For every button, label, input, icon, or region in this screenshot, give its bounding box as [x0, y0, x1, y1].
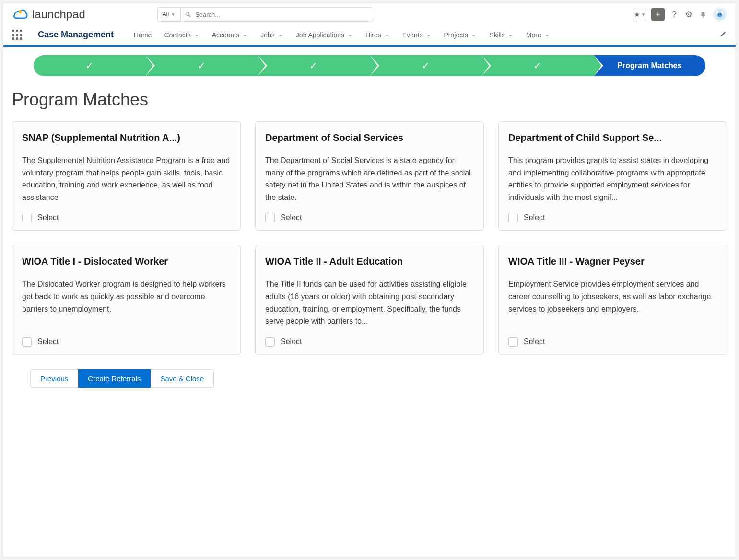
chevron-down-icon: ⌄	[471, 30, 477, 38]
app-launcher-icon[interactable]	[12, 30, 23, 40]
program-select-row: Select	[22, 203, 231, 222]
path-step-5[interactable]: ✓	[481, 55, 594, 76]
header-tools: ★▼ ＋ ? ⚙	[633, 7, 727, 22]
launchpad-logo-icon	[12, 8, 28, 21]
star-icon: ★	[634, 11, 640, 18]
check-icon: ✓	[85, 60, 94, 71]
program-card-desc: The Department of Social Services is a s…	[265, 154, 474, 203]
select-label: Select	[524, 338, 545, 346]
nav-item-skills[interactable]: Skills⌄	[489, 31, 514, 39]
chevron-down-icon: ⌄	[426, 30, 432, 38]
path-step-active-label: Program Matches	[617, 61, 681, 70]
select-label: Select	[37, 213, 59, 222]
global-actions-button[interactable]: ＋	[651, 8, 665, 21]
program-cards-grid: SNAP (Supplemental Nutrition A...) The S…	[12, 121, 727, 355]
program-card-title: SNAP (Supplemental Nutrition A...)	[22, 131, 231, 144]
check-icon: ✓	[198, 60, 206, 71]
nav-item-contacts[interactable]: Contacts⌄	[164, 31, 199, 39]
chevron-down-icon: ⌄	[242, 30, 248, 38]
search-icon	[185, 11, 191, 18]
program-card-title: Department of Child Support Se...	[508, 131, 717, 144]
app-nav: Case Management HomeContacts⌄Accounts⌄Jo…	[3, 24, 736, 47]
select-label: Select	[524, 213, 545, 222]
chevron-down-icon: ⌄	[544, 30, 550, 38]
nav-item-hires[interactable]: Hires⌄	[365, 31, 390, 39]
select-checkbox[interactable]	[22, 213, 32, 222]
svg-line-2	[189, 15, 191, 17]
pencil-icon	[719, 30, 727, 38]
svg-point-1	[186, 12, 189, 15]
favorites-button[interactable]: ★▼	[633, 8, 646, 21]
check-icon: ✓	[422, 60, 430, 71]
content-area: ✓ ✓ ✓ ✓ ✓ Program Matches Program Matche…	[3, 47, 736, 557]
notifications-button[interactable]	[698, 10, 708, 19]
chevron-down-icon: ⌄	[347, 30, 353, 38]
select-checkbox[interactable]	[22, 337, 32, 347]
select-label: Select	[281, 213, 302, 222]
program-card: Department of Social Services The Depart…	[255, 121, 484, 231]
brand-logo[interactable]: launchpad	[12, 8, 85, 21]
help-button[interactable]: ?	[669, 10, 679, 19]
program-card: WIOA Title III - Wagner Peyser Employmen…	[498, 245, 727, 354]
nav-item-label: Home	[134, 31, 152, 39]
search-scope-label: All	[163, 11, 169, 18]
select-checkbox[interactable]	[508, 213, 518, 222]
search-input[interactable]	[195, 11, 369, 18]
check-icon: ✓	[309, 60, 317, 71]
path-step-1[interactable]: ✓	[34, 55, 146, 76]
program-select-row: Select	[22, 327, 231, 347]
app-name: Case Management	[38, 30, 114, 40]
program-card-title: WIOA Title III - Wagner Peyser	[508, 255, 717, 268]
question-icon: ?	[672, 10, 677, 20]
nav-item-events[interactable]: Events⌄	[402, 31, 432, 39]
chevron-down-icon: ⌄	[508, 30, 514, 38]
select-checkbox[interactable]	[265, 337, 275, 347]
nav-item-label: Events	[402, 31, 423, 39]
nav-item-label: Skills	[489, 31, 505, 39]
bell-icon	[699, 11, 707, 18]
program-card-desc: The Dislocated Worker program is designe…	[22, 278, 231, 315]
program-card: WIOA Title I - Dislocated Worker The Dis…	[12, 245, 241, 354]
user-avatar[interactable]	[713, 7, 727, 22]
svg-point-7	[717, 12, 722, 17]
select-label: Select	[37, 338, 59, 346]
edit-nav-button[interactable]	[719, 30, 727, 39]
nav-item-projects[interactable]: Projects⌄	[444, 31, 477, 39]
program-card: WIOA Title II - Adult Education The Titl…	[255, 245, 484, 354]
nav-item-home[interactable]: Home	[134, 31, 152, 39]
path-step-2[interactable]: ✓	[145, 55, 258, 76]
program-card-title: Department of Social Services	[265, 131, 474, 144]
program-card-title: WIOA Title I - Dislocated Worker	[22, 255, 231, 268]
path-step-4[interactable]: ✓	[370, 55, 482, 76]
nav-item-jobs[interactable]: Jobs⌄	[260, 31, 283, 39]
brand-name: launchpad	[32, 8, 85, 21]
select-checkbox[interactable]	[265, 213, 275, 222]
path-step-3[interactable]: ✓	[258, 55, 370, 76]
page-title: Program Matches	[12, 90, 727, 110]
program-select-row: Select	[265, 203, 474, 222]
nav-item-accounts[interactable]: Accounts⌄	[212, 31, 248, 39]
program-card: SNAP (Supplemental Nutrition A...) The S…	[12, 121, 241, 231]
nav-item-job-applications[interactable]: Job Applications⌄	[296, 31, 353, 39]
avatar-icon	[714, 9, 726, 20]
chevron-down-icon: ⌄	[194, 30, 199, 38]
select-checkbox[interactable]	[508, 337, 518, 347]
nav-item-label: Contacts	[164, 31, 190, 39]
search-scope-dropdown[interactable]: All ▼	[158, 8, 181, 21]
setup-button[interactable]: ⚙	[684, 10, 693, 19]
caret-down-icon: ▼	[641, 12, 646, 17]
save-close-button[interactable]: Save & Close	[151, 369, 214, 388]
chevron-down-icon: ⌄	[278, 30, 283, 38]
nav-item-label: Accounts	[212, 31, 240, 39]
nav-item-more[interactable]: More⌄	[526, 31, 550, 39]
global-search[interactable]: All ▼	[157, 7, 373, 22]
gear-icon: ⚙	[685, 9, 692, 20]
select-label: Select	[281, 338, 302, 346]
create-referrals-button[interactable]: Create Referrals	[78, 369, 151, 388]
svg-point-0	[19, 10, 21, 12]
program-card-desc: The Supplemental Nutrition Assistance Pr…	[22, 154, 231, 203]
program-select-row: Select	[508, 327, 717, 347]
path-stepper: ✓ ✓ ✓ ✓ ✓ Program Matches	[34, 55, 706, 76]
path-step-active[interactable]: Program Matches	[594, 55, 706, 76]
previous-button[interactable]: Previous	[30, 369, 78, 388]
